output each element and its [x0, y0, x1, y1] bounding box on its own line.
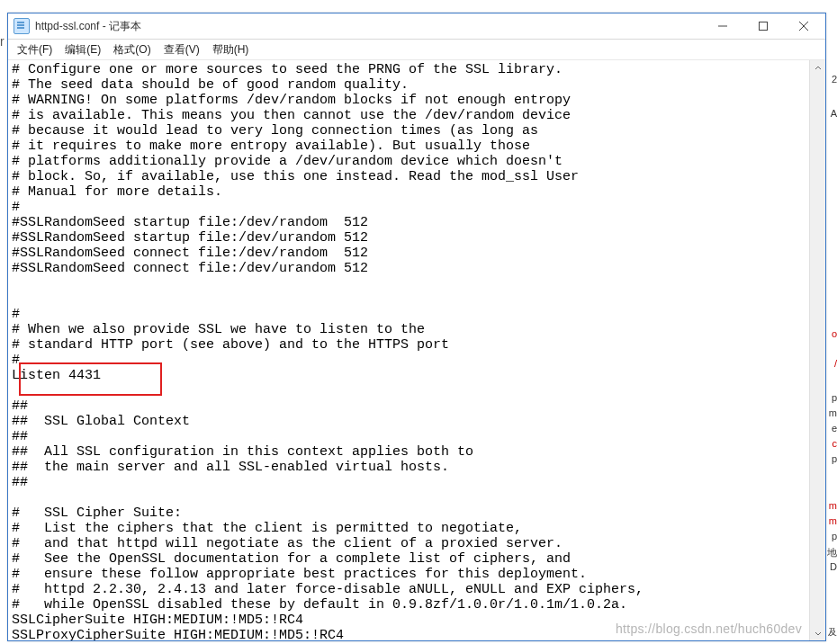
bg-char: 地	[827, 546, 837, 559]
minimize-icon	[718, 22, 727, 31]
menubar: 文件(F) 编辑(E) 格式(O) 查看(V) 帮助(H)	[8, 40, 825, 60]
scroll-up-button[interactable]	[810, 60, 825, 76]
menu-view[interactable]: 查看(V)	[164, 42, 200, 58]
bg-char: D	[830, 561, 837, 572]
bg-char: m	[829, 407, 837, 418]
bg-char: p	[832, 531, 837, 541]
background-left-char: r	[0, 34, 4, 49]
close-icon	[799, 22, 808, 31]
minimize-button[interactable]	[702, 13, 742, 39]
titlebar[interactable]: httpd-ssl.conf - 记事本	[8, 13, 825, 40]
bg-char: A	[831, 108, 837, 119]
chevron-down-icon	[814, 630, 822, 637]
background-strip: 2 A o / p m e c p m m p 地 D 及	[826, 0, 837, 644]
scroll-down-button[interactable]	[810, 625, 825, 640]
maximize-button[interactable]	[742, 13, 783, 39]
bg-char: m	[829, 515, 837, 526]
close-button[interactable]	[783, 13, 824, 39]
editor-content[interactable]: # Configure one or more sources to seed …	[8, 60, 809, 640]
editor-wrap: # Configure one or more sources to seed …	[8, 60, 825, 640]
menu-file[interactable]: 文件(F)	[17, 42, 52, 58]
bg-char: c	[832, 438, 838, 449]
chevron-up-icon	[814, 65, 822, 72]
maximize-icon	[759, 22, 768, 31]
menu-format[interactable]: 格式(O)	[113, 42, 150, 58]
window-controls	[702, 13, 824, 39]
menu-edit[interactable]: 编辑(E)	[65, 42, 101, 58]
bg-char: 及	[828, 626, 837, 639]
bg-char: m	[829, 500, 837, 511]
bg-char: 2	[832, 74, 837, 85]
document-icon	[14, 18, 30, 34]
window-title: httpd-ssl.conf - 记事本	[35, 19, 702, 34]
notepad-window: httpd-ssl.conf - 记事本 文件(F) 编辑(E) 格式(O) 查…	[7, 13, 826, 641]
vertical-scrollbar[interactable]	[809, 60, 825, 640]
bg-char: o	[832, 328, 837, 339]
menu-help[interactable]: 帮助(H)	[212, 42, 249, 58]
svg-rect-1	[759, 22, 767, 31]
scrollbar-track[interactable]	[810, 76, 825, 625]
bg-char: p	[832, 392, 837, 403]
bg-char: e	[832, 423, 837, 434]
bg-char: p	[832, 453, 837, 464]
